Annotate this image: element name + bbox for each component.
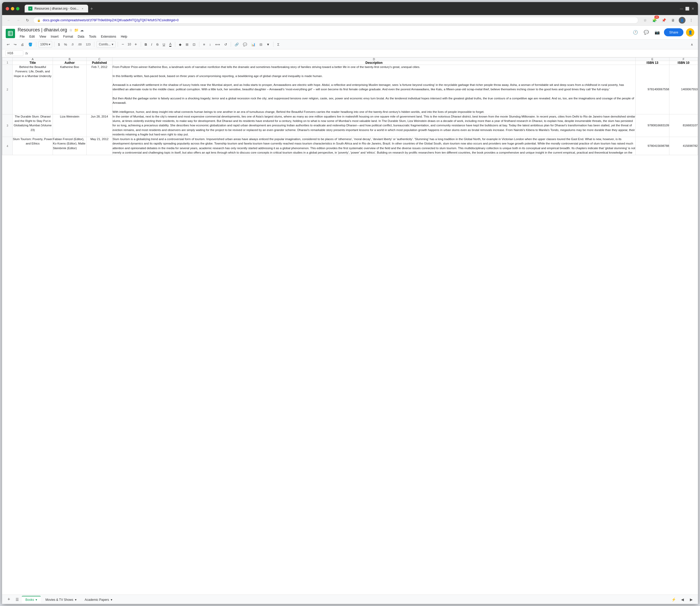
cell-C4[interactable]: May 21, 2012 (87, 137, 113, 155)
sheet-tab-academic[interactable]: Academic Papers ▾ (81, 596, 116, 603)
scroll-right-button[interactable]: ▶ (687, 596, 695, 603)
zoom-control[interactable]: 100% ▾ (39, 41, 52, 48)
cell-D4[interactable]: Slum tourism is a globalizing trend and … (113, 137, 636, 155)
cell-D3[interactable]: In the center of Mumbai, next to the cit… (113, 114, 636, 137)
cell-C2[interactable]: Feb 7, 2012 (87, 65, 113, 114)
cell-F4[interactable]: 415698782 (669, 137, 698, 155)
window-minimize-icon[interactable]: — (680, 7, 683, 10)
font-size-increase-button[interactable]: + (133, 42, 139, 47)
italic-button[interactable]: I (150, 41, 154, 48)
cell-B3[interactable]: Liza Weinstein (53, 114, 87, 137)
insert-chart-button[interactable]: 📊 (250, 41, 257, 48)
filter-button[interactable]: ⊟ (258, 41, 264, 48)
more-options-icon[interactable]: ⋮ (687, 17, 695, 24)
maximize-window-button[interactable] (16, 7, 20, 10)
align-vertical-button[interactable]: ↕ (208, 41, 213, 48)
percent-button[interactable]: % (63, 41, 69, 48)
col-header-D[interactable]: D (113, 57, 636, 61)
header-isbn10[interactable]: ISBN 10 (669, 61, 698, 65)
list-sheets-button[interactable]: ☰ (14, 596, 21, 603)
menu-tools[interactable]: Tools (87, 34, 98, 40)
video-call-button[interactable]: 📷 (653, 28, 661, 37)
cell-F2[interactable]: 1400067553 (669, 65, 698, 114)
insert-link-button[interactable]: 🔗 (233, 41, 240, 48)
font-size-decrease-button[interactable]: − (120, 42, 126, 47)
header-published[interactable]: Published (87, 61, 113, 65)
bookmark-star-icon[interactable]: ☆ (642, 17, 649, 24)
close-window-button[interactable] (6, 7, 9, 10)
header-title[interactable]: Title (13, 61, 53, 65)
decimal-decrease-button[interactable]: .0 (70, 41, 75, 48)
spreadsheet-scroll[interactable]: A B C D E F 1 Title (2, 57, 698, 595)
comments-button[interactable]: 💬 (642, 28, 650, 37)
version-history-button[interactable]: 🕐 (631, 28, 639, 37)
cast-icon[interactable]: 🖥 (669, 17, 677, 24)
address-bar[interactable]: 🔒 docs.google.com/spreadsheets/d/1f76FTh… (33, 17, 638, 24)
undo-button[interactable]: ↩ (5, 41, 11, 48)
cell-D2[interactable]: From Pulitzer Prize-winner Katherine Boo… (113, 65, 636, 114)
redo-button[interactable]: ↪ (12, 41, 18, 48)
underline-button[interactable]: U (161, 41, 166, 48)
header-isbn13[interactable]: ISBN 13 (636, 61, 669, 65)
forward-button[interactable]: → (15, 17, 22, 24)
menu-file[interactable]: File (18, 34, 27, 40)
menu-help[interactable]: Help (119, 34, 129, 40)
explore-button[interactable]: ⚡ (670, 596, 677, 603)
window-maximize-icon[interactable]: ⬜ (685, 7, 690, 10)
cell-A3[interactable]: The Durable Slum: Dharavi and the Right … (13, 114, 53, 137)
cell-E3[interactable]: 9780816683109 (636, 114, 669, 137)
borders-button[interactable]: ⊞ (184, 41, 190, 48)
currency-button[interactable]: $ (56, 41, 62, 48)
sheet-tab-books[interactable]: Books ▾ (22, 596, 41, 603)
cell-reference[interactable]: H16 (5, 50, 23, 56)
col-header-E[interactable]: E (636, 57, 669, 61)
move-folder-icon[interactable]: 📁 (74, 28, 78, 32)
window-close-icon[interactable]: ✕ (692, 7, 694, 10)
extensions-button[interactable]: 🧩 20 (651, 17, 658, 24)
scroll-left-button[interactable]: ◀ (679, 596, 686, 603)
font-family-select[interactable]: Comfo... ▾ (96, 41, 115, 48)
add-sheet-button[interactable]: + (5, 596, 13, 603)
share-button[interactable]: Share (664, 28, 683, 36)
back-button[interactable]: ← (5, 17, 13, 24)
print-button[interactable]: 🖨 (19, 41, 26, 48)
cell-C3[interactable]: Jun 28, 2014 (87, 114, 113, 137)
user-avatar[interactable]: 👤 (686, 28, 694, 37)
cloud-status-icon[interactable]: ☁ (80, 28, 84, 32)
filter-views-button[interactable]: ▼ (265, 41, 271, 48)
format-number-button[interactable]: 123 (84, 41, 92, 48)
text-wrap-button[interactable]: ⟺ (214, 41, 222, 48)
cell-B4[interactable]: Fabian Frenzel (Editor), Ko Koens (Edito… (53, 137, 87, 155)
cell-F3[interactable]: 816683107 (669, 114, 698, 137)
col-header-F[interactable]: F (669, 57, 698, 61)
sheet-tab-movies[interactable]: Movies & TV Shows ▾ (42, 596, 80, 603)
cell-A2[interactable]: Behind the Beautiful Forevers: Life, Dea… (13, 65, 53, 114)
cell-E4[interactable]: 9780415698788 (636, 137, 669, 155)
new-tab-button[interactable]: + (88, 5, 95, 13)
decimal-increase-button[interactable]: .00 (76, 41, 83, 48)
strikethrough-button[interactable]: S (155, 41, 160, 48)
col-header-A[interactable]: A (13, 57, 53, 61)
insert-comment-button[interactable]: 💬 (241, 41, 249, 48)
header-author[interactable]: Author (53, 61, 87, 65)
toolbar-collapse-button[interactable]: ∧ (689, 41, 695, 48)
functions-button[interactable]: Σ (275, 41, 281, 48)
star-icon[interactable]: ☆ (69, 28, 73, 32)
extensions-pin-icon[interactable]: 📌 (660, 17, 667, 24)
text-color-button[interactable]: A (168, 41, 173, 48)
active-tab[interactable]: ≡ Resources | dharavi.org - Goo... × (25, 5, 88, 13)
align-horizontal-button[interactable]: ≡ (201, 41, 207, 48)
header-description[interactable]: Description (113, 61, 636, 65)
menu-view[interactable]: View (37, 34, 48, 40)
menu-format[interactable]: Format (61, 34, 75, 40)
cell-A4[interactable]: Slum Tourism: Poverty, Power and Ethics (13, 137, 53, 155)
reload-button[interactable]: ↻ (24, 17, 31, 24)
menu-insert[interactable]: Insert (49, 34, 61, 40)
col-header-B[interactable]: B (53, 57, 87, 61)
text-rotate-button[interactable]: ↺ (223, 41, 229, 48)
profile-avatar[interactable]: 👤 (679, 17, 685, 24)
menu-edit[interactable]: Edit (27, 34, 37, 40)
merge-cells-button[interactable]: ⊡ (191, 41, 197, 48)
bold-button[interactable]: B (143, 41, 149, 48)
cell-E2[interactable]: 9781400067558 (636, 65, 669, 114)
